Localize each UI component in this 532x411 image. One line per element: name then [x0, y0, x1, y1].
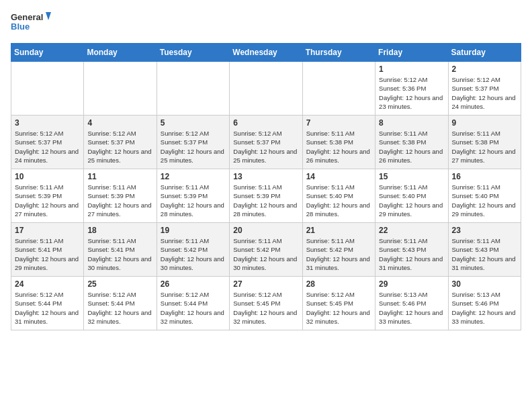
calendar-week-3: 10Sunrise: 5:11 AM Sunset: 5:39 PM Dayli…	[11, 169, 521, 223]
cell-info: Sunrise: 5:11 AM Sunset: 5:42 PM Dayligh…	[306, 236, 371, 272]
cell-info: Sunrise: 5:12 AM Sunset: 5:45 PM Dayligh…	[306, 290, 371, 326]
cell-info: Sunrise: 5:13 AM Sunset: 5:46 PM Dayligh…	[452, 290, 517, 326]
cell-info: Sunrise: 5:11 AM Sunset: 5:38 PM Dayligh…	[452, 129, 517, 165]
cell-info: Sunrise: 5:11 AM Sunset: 5:42 PM Dayligh…	[161, 236, 226, 272]
calendar-cell: 11Sunrise: 5:11 AM Sunset: 5:39 PM Dayli…	[84, 169, 157, 223]
day-number: 7	[306, 118, 371, 128]
cell-info: Sunrise: 5:11 AM Sunset: 5:39 PM Dayligh…	[15, 183, 80, 218]
cell-info: Sunrise: 5:12 AM Sunset: 5:37 PM Dayligh…	[161, 129, 226, 165]
cell-info: Sunrise: 5:12 AM Sunset: 5:44 PM Dayligh…	[15, 290, 80, 326]
calendar-header: SundayMondayTuesdayWednesdayThursdayFrid…	[11, 44, 521, 62]
calendar-cell: 8Sunrise: 5:11 AM Sunset: 5:38 PM Daylig…	[375, 116, 448, 169]
calendar-cell: 1Sunrise: 5:12 AM Sunset: 5:36 PM Daylig…	[375, 62, 448, 116]
calendar-week-5: 24Sunrise: 5:12 AM Sunset: 5:44 PM Dayli…	[11, 277, 521, 330]
svg-marker-2	[46, 12, 51, 20]
calendar-cell	[302, 62, 375, 116]
calendar-week-4: 17Sunrise: 5:11 AM Sunset: 5:41 PM Dayli…	[11, 223, 521, 277]
calendar-cell: 20Sunrise: 5:11 AM Sunset: 5:42 PM Dayli…	[230, 223, 302, 277]
day-header-thursday: Thursday	[302, 44, 375, 62]
calendar-cell: 2Sunrise: 5:12 AM Sunset: 5:37 PM Daylig…	[448, 62, 521, 116]
calendar-cell: 14Sunrise: 5:11 AM Sunset: 5:40 PM Dayli…	[302, 169, 375, 223]
cell-info: Sunrise: 5:11 AM Sunset: 5:43 PM Dayligh…	[452, 236, 517, 272]
day-number: 17	[15, 226, 80, 235]
cell-info: Sunrise: 5:12 AM Sunset: 5:45 PM Dayligh…	[233, 290, 298, 326]
day-number: 21	[306, 226, 371, 235]
svg-text:General: General	[11, 12, 43, 22]
cell-info: Sunrise: 5:12 AM Sunset: 5:44 PM Dayligh…	[87, 290, 152, 326]
cell-info: Sunrise: 5:11 AM Sunset: 5:43 PM Dayligh…	[379, 236, 444, 272]
calendar-cell: 7Sunrise: 5:11 AM Sunset: 5:38 PM Daylig…	[302, 116, 375, 169]
cell-info: Sunrise: 5:11 AM Sunset: 5:39 PM Dayligh…	[87, 183, 152, 218]
calendar-cell	[11, 62, 84, 116]
cell-info: Sunrise: 5:11 AM Sunset: 5:42 PM Dayligh…	[233, 236, 298, 272]
calendar-cell: 6Sunrise: 5:12 AM Sunset: 5:37 PM Daylig…	[230, 116, 302, 169]
day-number: 12	[161, 172, 226, 181]
calendar-cell: 16Sunrise: 5:11 AM Sunset: 5:40 PM Dayli…	[448, 169, 521, 223]
day-number: 13	[233, 172, 298, 181]
calendar-cell	[84, 62, 157, 116]
day-number: 4	[87, 118, 152, 128]
calendar-cell: 29Sunrise: 5:13 AM Sunset: 5:46 PM Dayli…	[375, 277, 448, 330]
calendar-cell: 23Sunrise: 5:11 AM Sunset: 5:43 PM Dayli…	[448, 223, 521, 277]
calendar-cell: 9Sunrise: 5:11 AM Sunset: 5:38 PM Daylig…	[448, 116, 521, 169]
cell-info: Sunrise: 5:13 AM Sunset: 5:46 PM Dayligh…	[379, 290, 444, 326]
day-number: 16	[452, 172, 517, 181]
day-number: 30	[452, 279, 517, 289]
svg-text:Blue: Blue	[11, 21, 30, 32]
calendar-cell: 28Sunrise: 5:12 AM Sunset: 5:45 PM Dayli…	[302, 277, 375, 330]
day-number: 18	[87, 226, 152, 235]
calendar-cell: 13Sunrise: 5:11 AM Sunset: 5:39 PM Dayli…	[230, 169, 302, 223]
calendar-cell: 22Sunrise: 5:11 AM Sunset: 5:43 PM Dayli…	[375, 223, 448, 277]
day-header-saturday: Saturday	[448, 44, 521, 62]
day-header-wednesday: Wednesday	[230, 44, 302, 62]
day-number: 10	[15, 172, 80, 181]
day-number: 14	[306, 172, 371, 181]
calendar-cell: 17Sunrise: 5:11 AM Sunset: 5:41 PM Dayli…	[11, 223, 84, 277]
calendar-cell: 26Sunrise: 5:12 AM Sunset: 5:44 PM Dayli…	[157, 277, 229, 330]
day-number: 19	[161, 226, 226, 235]
calendar-cell: 27Sunrise: 5:12 AM Sunset: 5:45 PM Dayli…	[230, 277, 302, 330]
calendar-cell: 19Sunrise: 5:11 AM Sunset: 5:42 PM Dayli…	[157, 223, 229, 277]
calendar-cell: 30Sunrise: 5:13 AM Sunset: 5:46 PM Dayli…	[448, 277, 521, 330]
calendar-week-2: 3Sunrise: 5:12 AM Sunset: 5:37 PM Daylig…	[11, 116, 521, 169]
cell-info: Sunrise: 5:11 AM Sunset: 5:39 PM Dayligh…	[161, 183, 226, 218]
day-number: 24	[15, 279, 80, 289]
calendar-cell: 10Sunrise: 5:11 AM Sunset: 5:39 PM Dayli…	[11, 169, 84, 223]
cell-info: Sunrise: 5:11 AM Sunset: 5:40 PM Dayligh…	[306, 183, 371, 218]
cell-info: Sunrise: 5:11 AM Sunset: 5:40 PM Dayligh…	[452, 183, 517, 218]
cell-info: Sunrise: 5:11 AM Sunset: 5:38 PM Dayligh…	[379, 129, 444, 165]
calendar-cell: 18Sunrise: 5:11 AM Sunset: 5:41 PM Dayli…	[84, 223, 157, 277]
calendar-cell: 21Sunrise: 5:11 AM Sunset: 5:42 PM Dayli…	[302, 223, 375, 277]
cell-info: Sunrise: 5:12 AM Sunset: 5:36 PM Dayligh…	[379, 75, 444, 111]
cell-info: Sunrise: 5:11 AM Sunset: 5:40 PM Dayligh…	[379, 183, 444, 218]
day-number: 3	[15, 118, 80, 128]
calendar-cell: 3Sunrise: 5:12 AM Sunset: 5:37 PM Daylig…	[11, 116, 84, 169]
cell-info: Sunrise: 5:11 AM Sunset: 5:38 PM Dayligh…	[306, 129, 371, 165]
day-number: 28	[306, 279, 371, 289]
calendar-cell: 25Sunrise: 5:12 AM Sunset: 5:44 PM Dayli…	[84, 277, 157, 330]
page-header: General Blue	[11, 11, 521, 35]
cell-info: Sunrise: 5:12 AM Sunset: 5:37 PM Dayligh…	[15, 129, 80, 165]
day-number: 20	[233, 226, 298, 235]
day-header-monday: Monday	[84, 44, 157, 62]
day-number: 6	[233, 118, 298, 128]
day-number: 25	[87, 279, 152, 289]
calendar-cell	[230, 62, 302, 116]
day-number: 26	[161, 279, 226, 289]
calendar-cell	[157, 62, 229, 116]
logo-svg: General Blue	[11, 11, 51, 35]
logo: General Blue	[11, 11, 51, 35]
cell-info: Sunrise: 5:11 AM Sunset: 5:39 PM Dayligh…	[233, 183, 298, 218]
day-header-friday: Friday	[375, 44, 448, 62]
calendar-cell: 5Sunrise: 5:12 AM Sunset: 5:37 PM Daylig…	[157, 116, 229, 169]
day-header-sunday: Sunday	[11, 44, 84, 62]
day-number: 2	[452, 64, 517, 74]
calendar-cell: 15Sunrise: 5:11 AM Sunset: 5:40 PM Dayli…	[375, 169, 448, 223]
cell-info: Sunrise: 5:12 AM Sunset: 5:37 PM Dayligh…	[233, 129, 298, 165]
calendar-cell: 12Sunrise: 5:11 AM Sunset: 5:39 PM Dayli…	[157, 169, 229, 223]
day-number: 15	[379, 172, 444, 181]
day-number: 22	[379, 226, 444, 235]
day-number: 9	[452, 118, 517, 128]
cell-info: Sunrise: 5:12 AM Sunset: 5:44 PM Dayligh…	[161, 290, 226, 326]
cell-info: Sunrise: 5:12 AM Sunset: 5:37 PM Dayligh…	[452, 75, 517, 111]
